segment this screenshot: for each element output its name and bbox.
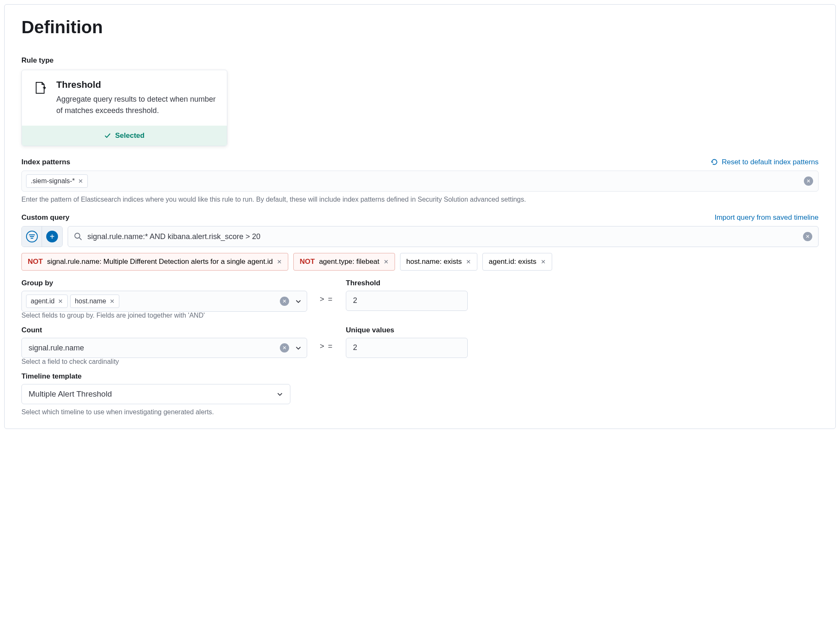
rule-type-label: Rule type bbox=[21, 56, 819, 65]
unique-values-input[interactable]: 2 bbox=[346, 338, 468, 358]
refresh-icon bbox=[711, 158, 718, 166]
timeline-template-label: Timeline template bbox=[21, 372, 819, 381]
filter-icon bbox=[26, 231, 38, 242]
unique-values-label: Unique values bbox=[346, 326, 468, 334]
rule-type-body: Threshold Aggregate query results to det… bbox=[22, 70, 227, 126]
close-icon[interactable]: ✕ bbox=[466, 258, 471, 265]
rule-type-name: Threshold bbox=[56, 79, 216, 90]
group-by-label: Group by bbox=[21, 279, 307, 287]
page-title: Definition bbox=[21, 17, 819, 37]
threshold-icon bbox=[33, 80, 48, 116]
close-icon[interactable]: ✕ bbox=[541, 258, 546, 265]
filter-pill[interactable]: NOT agent.type: filebeat ✕ bbox=[293, 253, 395, 271]
add-filter-button[interactable]: + bbox=[42, 226, 62, 247]
chevron-down-icon bbox=[276, 391, 283, 397]
query-input[interactable]: signal.rule.name:* AND kibana.alert.risk… bbox=[68, 226, 819, 247]
svg-point-0 bbox=[75, 233, 80, 238]
group-by-pill[interactable]: agent.id ✕ bbox=[26, 295, 68, 308]
filter-pill[interactable]: host.name: exists ✕ bbox=[400, 253, 477, 271]
filter-pill[interactable]: NOT signal.rule.name: Multiple Different… bbox=[21, 253, 288, 271]
import-query-link[interactable]: Import query from saved timeline bbox=[714, 213, 819, 222]
custom-query-label: Custom query bbox=[21, 213, 69, 222]
query-toolbar: + bbox=[21, 226, 63, 247]
count-input[interactable]: signal.rule.name ✕ bbox=[21, 338, 307, 358]
close-icon[interactable]: ✕ bbox=[78, 178, 83, 184]
close-icon[interactable]: ✕ bbox=[277, 258, 282, 265]
filter-pill[interactable]: agent.id: exists ✕ bbox=[482, 253, 552, 271]
close-icon[interactable]: ✕ bbox=[384, 258, 389, 265]
index-patterns-label: Index patterns bbox=[21, 158, 70, 166]
check-icon bbox=[104, 132, 111, 139]
threshold-comparator: > = bbox=[320, 279, 333, 304]
definition-panel: Definition Rule type Threshold Aggregate… bbox=[4, 4, 836, 429]
close-icon[interactable]: ✕ bbox=[58, 298, 63, 305]
rule-type-card[interactable]: Threshold Aggregate query results to det… bbox=[21, 70, 227, 146]
group-by-help: Select fields to group by. Fields are jo… bbox=[21, 312, 307, 319]
clear-query-icon[interactable]: ✕ bbox=[803, 232, 812, 241]
reset-index-patterns-link[interactable]: Reset to default index patterns bbox=[711, 158, 819, 166]
search-icon bbox=[74, 232, 82, 241]
chevron-down-icon[interactable] bbox=[295, 345, 302, 351]
threshold-input[interactable]: 2 bbox=[346, 291, 468, 311]
query-text: signal.rule.name:* AND kibana.alert.risk… bbox=[87, 232, 798, 241]
group-by-pill[interactable]: host.name ✕ bbox=[70, 295, 119, 308]
clear-all-icon[interactable]: ✕ bbox=[280, 297, 289, 306]
threshold-label: Threshold bbox=[346, 279, 468, 287]
close-icon[interactable]: ✕ bbox=[110, 298, 115, 305]
filter-pills-row: NOT signal.rule.name: Multiple Different… bbox=[21, 253, 819, 271]
timeline-template-select[interactable]: Multiple Alert Threshold bbox=[21, 384, 290, 404]
index-patterns-input[interactable]: .siem-signals-* ✕ ✕ bbox=[21, 171, 819, 192]
timeline-template-help: Select which timeline to use when invest… bbox=[21, 408, 819, 416]
plus-icon: + bbox=[46, 231, 58, 242]
count-help: Select a field to check cardinality bbox=[21, 358, 307, 366]
group-by-input[interactable]: agent.id ✕ host.name ✕ ✕ bbox=[21, 291, 307, 312]
index-pattern-pill[interactable]: .siem-signals-* ✕ bbox=[26, 174, 88, 188]
chevron-down-icon[interactable] bbox=[295, 298, 302, 305]
clear-all-icon[interactable]: ✕ bbox=[804, 176, 813, 186]
count-label: Count bbox=[21, 326, 307, 334]
rule-type-selected-badge: Selected bbox=[22, 126, 227, 146]
rule-type-description: Aggregate query results to detect when n… bbox=[56, 94, 216, 116]
unique-comparator: > = bbox=[320, 326, 333, 351]
index-patterns-help: Enter the pattern of Elasticsearch indic… bbox=[21, 196, 819, 203]
clear-all-icon[interactable]: ✕ bbox=[280, 343, 289, 353]
filter-options-button[interactable] bbox=[22, 226, 42, 247]
